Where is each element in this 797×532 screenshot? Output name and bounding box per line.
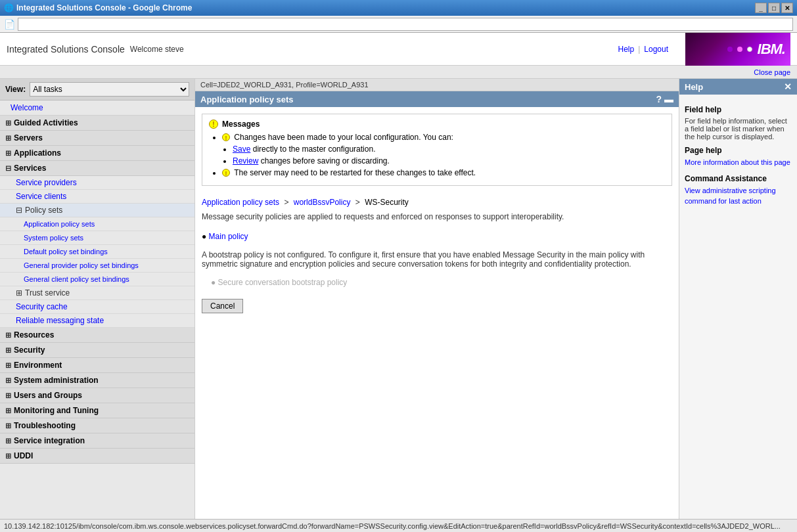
- sidebar-item-resources[interactable]: ⊞ Resources: [0, 328, 194, 343]
- review-link[interactable]: Review: [233, 156, 258, 166]
- logout-link[interactable]: Logout: [644, 45, 668, 54]
- message1-text: Changes have been made to your local con…: [234, 133, 453, 142]
- status-bar: 10.139.142.182:10125/ibm/console/com.ibm…: [0, 519, 797, 532]
- warning-icon: !: [209, 120, 218, 129]
- sidebar-item-troubleshooting[interactable]: ⊞ Troubleshooting: [0, 418, 194, 433]
- sidebar-item-service-clients[interactable]: Service clients: [0, 190, 194, 204]
- users-groups-label: Users and Groups: [14, 391, 82, 400]
- secure-conversation-link: Secure conversation bootstrap policy: [218, 278, 348, 287]
- plus-icon: ⊞: [5, 361, 11, 370]
- help-link[interactable]: Help: [618, 45, 634, 54]
- service-integration-label: Service integration: [14, 436, 85, 445]
- servers-label: Servers: [14, 133, 43, 143]
- troubleshooting-label: Troubleshooting: [14, 421, 76, 430]
- security-label: Security: [14, 345, 45, 355]
- sidebar-item-policy-sets[interactable]: ⊟ Policy sets: [0, 204, 194, 217]
- ibm-logo: IBM.: [685, 33, 790, 66]
- sidebar-item-trust-service[interactable]: ⊞ Trust service: [0, 286, 194, 300]
- save-link[interactable]: Save: [233, 144, 250, 154]
- message-item-2: ! The server may need to be restarted fo…: [222, 168, 665, 177]
- address-bar: 📄 10.139.142.182:10125/ibm/console/login…: [0, 16, 797, 33]
- plus-icon: ⊞: [5, 407, 11, 415]
- security-cache-link[interactable]: Security cache: [16, 302, 68, 311]
- reliable-messaging-link[interactable]: Reliable messaging state: [16, 316, 104, 325]
- default-policy-set-bindings-link[interactable]: Default policy set bindings: [24, 248, 108, 255]
- help-title: Help: [685, 82, 703, 92]
- sidebar-item-monitoring[interactable]: ⊞ Monitoring and Tuning: [0, 403, 194, 418]
- close-page-link[interactable]: Close page: [754, 68, 790, 76]
- sidebar-item-users-and-groups[interactable]: ⊞ Users and Groups: [0, 388, 194, 403]
- messages-list: ! Changes have been made to your local c…: [209, 133, 665, 177]
- status-text: 10.139.142.182:10125/ibm/console/com.ibm…: [4, 522, 781, 530]
- command-assistance-title: Command Assistance: [685, 174, 792, 183]
- sidebar-item-environment[interactable]: ⊞ Environment: [0, 358, 194, 373]
- message-review-item: Review changes before saving or discardi…: [233, 156, 665, 166]
- service-providers-link[interactable]: Service providers: [16, 178, 77, 187]
- sidebar-item-uddi[interactable]: ⊞ UDDI: [0, 449, 194, 464]
- plus-icon: ⊞: [5, 391, 11, 400]
- sidebar-item-security-cache[interactable]: Security cache: [0, 300, 194, 314]
- system-policy-sets-link[interactable]: System policy sets: [24, 234, 83, 242]
- environment-label: Environment: [14, 361, 62, 370]
- sidebar-item-reliable-messaging[interactable]: Reliable messaging state: [0, 314, 194, 328]
- general-client-link[interactable]: General client policy set bindings: [24, 275, 129, 283]
- services-label: Services: [14, 164, 46, 173]
- sidebar-item-welcome[interactable]: Welcome: [0, 100, 194, 116]
- main-content: Cell=JDED2_WORLD_A931, Profile=WORLD_A93…: [195, 79, 679, 519]
- page-help-link[interactable]: More information about this page: [685, 158, 790, 166]
- main-policy-link[interactable]: Main policy: [209, 232, 248, 241]
- close-button[interactable]: ✕: [781, 3, 793, 13]
- collapse-icon[interactable]: ▬: [664, 94, 673, 104]
- sidebar-item-applications[interactable]: ⊞ Applications: [0, 146, 194, 161]
- cancel-button[interactable]: Cancel: [202, 299, 243, 313]
- plus-icon: ⊞: [5, 134, 11, 143]
- sidebar-item-services[interactable]: ⊟ Services: [0, 161, 194, 176]
- service-clients-link[interactable]: Service clients: [16, 192, 66, 201]
- sidebar-item-system-administration[interactable]: ⊞ System administration: [0, 373, 194, 388]
- sidebar-item-security[interactable]: ⊞ Security: [0, 343, 194, 358]
- plus-icon: ⊞: [16, 288, 22, 298]
- minimize-button[interactable]: _: [755, 3, 767, 13]
- close-page-bar: Close page: [0, 66, 797, 79]
- page-help-title: Page help: [685, 146, 792, 155]
- sidebar-item-guided-activities[interactable]: ⊞ Guided Activities: [0, 116, 194, 131]
- help-close-button[interactable]: ✕: [784, 81, 792, 92]
- plus-icon: ⊞: [5, 437, 11, 445]
- cancel-area: Cancel: [195, 291, 679, 321]
- app-policy-sets-link[interactable]: Application policy sets: [24, 220, 95, 228]
- question-icon[interactable]: ?: [656, 94, 662, 104]
- command-link[interactable]: View administrative scripting command fo…: [685, 187, 776, 204]
- warn-icon2: !: [222, 133, 230, 141]
- breadcrumb-link2[interactable]: worldBssvPolicy: [294, 198, 351, 207]
- review-text: changes before saving or discarding.: [261, 156, 390, 166]
- content-area: Application policy sets ? ▬ ! Messages !…: [195, 91, 679, 321]
- messages-box: ! Messages ! Changes have been made to y…: [202, 114, 672, 186]
- sidebar-item-default-policy-set-bindings[interactable]: Default policy set bindings: [0, 245, 194, 259]
- cell-bar: Cell=JDED2_WORLD_A931, Profile=WORLD_A93…: [195, 79, 679, 91]
- applications-label: Applications: [14, 148, 61, 158]
- address-input[interactable]: 10.139.142.182:10125/ibm/console/login.d…: [18, 18, 793, 31]
- title-bar: 🌐 Integrated Solutions Console - Google …: [0, 0, 797, 16]
- sidebar-item-service-providers[interactable]: Service providers: [0, 176, 194, 190]
- policy-desc-text: Message security policies are applied to…: [202, 212, 564, 221]
- view-select[interactable]: All tasks: [30, 82, 189, 97]
- general-provider-link[interactable]: General provider policy set bindings: [24, 261, 139, 269]
- sidebar-item-application-policy-sets[interactable]: Application policy sets: [0, 217, 194, 231]
- main-header: Integrated Solutions Console Welcome ste…: [0, 33, 797, 66]
- maximize-button[interactable]: □: [768, 3, 780, 13]
- sidebar-item-general-provider[interactable]: General provider policy set bindings: [0, 259, 194, 273]
- messages-title: ! Messages: [209, 120, 665, 129]
- system-admin-label: System administration: [14, 376, 99, 385]
- view-label: View:: [5, 85, 26, 94]
- help-panel: Help ✕ Field help For field help informa…: [679, 79, 797, 519]
- breadcrumb: Application policy sets > worldBssvPolic…: [195, 192, 679, 210]
- sidebar-item-system-policy-sets[interactable]: System policy sets: [0, 231, 194, 245]
- bootstrap-text: A bootstrap policy is not configured. To…: [202, 250, 645, 269]
- browser-icon: 🌐: [4, 3, 14, 12]
- sidebar-item-general-client[interactable]: General client policy set bindings: [0, 273, 194, 286]
- message3-text: The server may need to be restarted for …: [234, 168, 476, 177]
- sidebar-item-servers[interactable]: ⊞ Servers: [0, 131, 194, 146]
- sidebar-item-service-integration[interactable]: ⊞ Service integration: [0, 433, 194, 449]
- breadcrumb-link1[interactable]: Application policy sets: [202, 198, 279, 207]
- logo-dot1: [727, 47, 733, 52]
